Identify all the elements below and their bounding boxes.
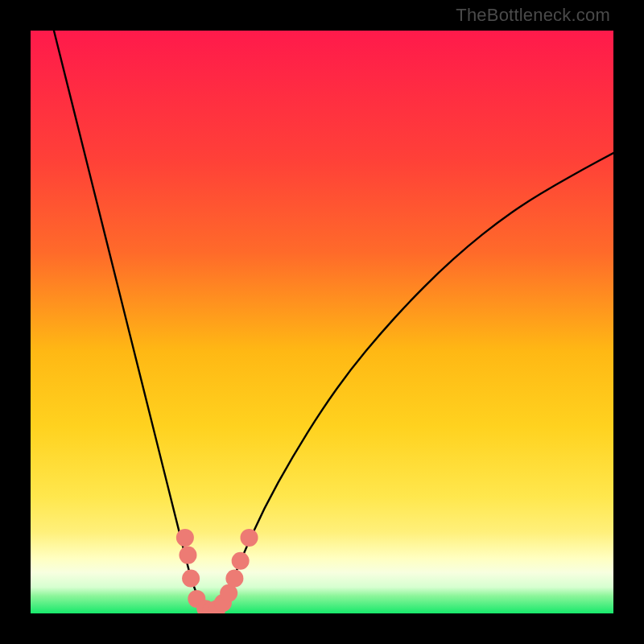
highlight-marker — [232, 552, 250, 570]
highlight-marker — [176, 529, 194, 547]
chart-svg — [31, 31, 613, 613]
chart-container: TheBottleneck.com — [0, 0, 644, 644]
svg-rect-0 — [31, 31, 613, 613]
highlight-marker — [182, 570, 200, 588]
watermark-text: TheBottleneck.com — [456, 5, 610, 26]
highlight-marker — [225, 570, 243, 588]
highlight-marker — [241, 529, 258, 547]
highlight-marker — [179, 547, 196, 564]
plot-area — [31, 31, 613, 613]
